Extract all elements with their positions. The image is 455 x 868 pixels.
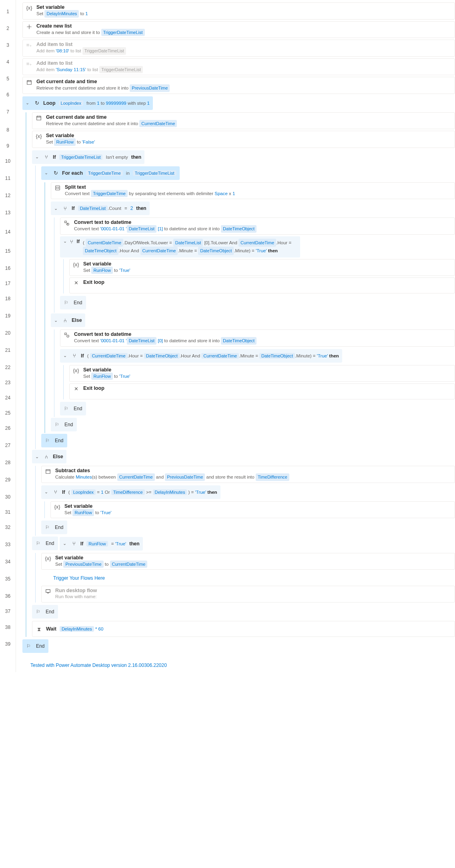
- loop-header[interactable]: ⌄ ↻ Loop LoopIndex from 1 to 99999999 wi…: [22, 96, 153, 110]
- action-exit-loop[interactable]: ✕ Exit loop: [69, 277, 455, 293]
- if-header[interactable]: ⌄ ⑂ If DateTimeList.Count = 2 then: [51, 202, 150, 215]
- token: DelayInMinutes: [153, 489, 187, 495]
- if-header[interactable]: ⌄ ⑂ If TriggerDateTimeList Isn't empty t…: [32, 150, 144, 164]
- line-number: 30: [0, 489, 16, 505]
- token: TriggerDateTimeList: [99, 66, 143, 74]
- if-header[interactable]: ⌄ ⑂ If RunFlow = 'True' then: [60, 537, 143, 551]
- action-create-list[interactable]: Create new list Create a new list and st…: [22, 21, 455, 38]
- chevron-down-icon[interactable]: ⌄: [54, 318, 59, 323]
- line-number: 13: [0, 203, 16, 222]
- line-number-gutter: 1 2 3 4 5 6 7 8 9 10 11 12 13 14 15 16 1…: [0, 0, 16, 672]
- if-header[interactable]: ⌄ ⑂ If ( CurrentDateTime.Hour = DateTime…: [60, 349, 342, 363]
- action-exit-loop[interactable]: ✕ Exit loop: [69, 383, 455, 399]
- token: CurrentDateTime: [90, 353, 128, 359]
- line-number: 32: [0, 520, 16, 535]
- branch-icon: ⑂: [70, 239, 73, 245]
- action-title: Create new list: [36, 23, 451, 29]
- action-title: Exit loop: [83, 279, 451, 285]
- token: LoopIndex: [59, 100, 83, 106]
- action-set-variable[interactable]: {x} Set variable Set DelayInMinutes to 1: [22, 2, 455, 20]
- action-get-datetime[interactable]: Get current date and time Retrieve the c…: [32, 112, 455, 130]
- token: LoopIndex: [71, 489, 96, 495]
- end-block[interactable]: ⚐ End: [32, 605, 58, 619]
- if-label: If: [76, 239, 80, 244]
- chevron-down-icon[interactable]: ⌄: [26, 100, 30, 106]
- line-number: 5: [0, 70, 16, 87]
- end-block[interactable]: ⚐ End: [32, 537, 58, 550]
- action-run-flow-disabled[interactable]: Run desktop flow Run flow with name:: [41, 586, 455, 602]
- end-block[interactable]: ⚐ End: [60, 402, 86, 415]
- variable-icon: {x}: [26, 4, 32, 10]
- end-block[interactable]: ⚐ End: [41, 434, 67, 447]
- end-block[interactable]: ⚐ End: [41, 521, 67, 534]
- action-split-text[interactable]: Split text Convert text TriggerDateTime …: [51, 182, 455, 200]
- token: DateTimeObject: [144, 353, 180, 359]
- chevron-down-icon[interactable]: ⌄: [44, 170, 49, 176]
- action-add-item-disabled[interactable]: ≡₊ Add item to list Add item '08:10' to …: [22, 40, 455, 57]
- comment[interactable]: Trigger Your Flows Here: [41, 571, 455, 585]
- close-icon: ✕: [73, 279, 79, 285]
- line-number: 35: [0, 569, 16, 589]
- action-title: Run desktop flow: [55, 588, 451, 593]
- if-header[interactable]: ⌄ ⑂ If ( LoopIndex = 1 Or TimeDifference…: [41, 485, 220, 499]
- line-number: 39: [0, 636, 16, 652]
- line-number: 23: [0, 375, 16, 390]
- token: TriggerDateTime: [86, 170, 123, 176]
- line-number: 4: [0, 54, 16, 70]
- action-get-datetime[interactable]: Get current date and time Retrieve the c…: [22, 77, 455, 94]
- chevron-down-icon[interactable]: ⌄: [35, 154, 40, 160]
- action-add-item-disabled[interactable]: ≡₊ Add item to list Add item 'Sunday 11:…: [22, 58, 455, 76]
- hourglass-icon: ⧗: [36, 626, 42, 632]
- action-set-variable[interactable]: {x} Set variable Set RunFlow to 'True': [69, 365, 455, 382]
- else-header[interactable]: ⌄ ⑃ Else: [51, 313, 85, 327]
- token: TriggerDateTimeList: [82, 47, 126, 55]
- variable-icon: {x}: [45, 555, 51, 561]
- line-number: 27: [0, 436, 16, 455]
- token: PreviousDateTime: [165, 473, 205, 481]
- action-set-variable[interactable]: {x} Set variable Set RunFlow to 'True': [69, 259, 455, 276]
- line-number: 20: [0, 325, 16, 341]
- action-set-variable[interactable]: {x} Set variable Set RunFlow to 'False': [32, 131, 455, 148]
- line-number: 11: [0, 169, 16, 188]
- chevron-down-icon[interactable]: ⌄: [63, 353, 68, 358]
- action-wait[interactable]: ⧗ Wait DelayInMinutes * 60: [32, 621, 455, 637]
- end-block[interactable]: ⚐ End: [60, 296, 86, 309]
- if-header[interactable]: ⌄ ⑂ If ( CurrentDateTime.DayOfWeek.ToLow…: [60, 236, 300, 257]
- foreach-header[interactable]: ⌄ ↻ For each TriggerDateTime in TriggerD…: [41, 166, 180, 180]
- action-convert-datetime[interactable]: Convert text to datetime Convert text '0…: [60, 217, 455, 235]
- chevron-down-icon[interactable]: ⌄: [35, 454, 40, 459]
- chevron-down-icon[interactable]: ⌄: [63, 541, 68, 546]
- if-label: If: [81, 353, 84, 359]
- convert-icon: [64, 219, 70, 227]
- action-title: Set variable: [83, 367, 451, 373]
- chevron-down-icon[interactable]: ⌄: [63, 239, 67, 244]
- token: CurrentDateTime: [86, 239, 123, 247]
- action-title: Wait: [46, 626, 56, 632]
- action-desc: Set RunFlow to 'True': [83, 267, 451, 274]
- variable-icon: {x}: [36, 133, 42, 139]
- else-header[interactable]: ⌄ ⑃ Else: [32, 450, 66, 463]
- action-convert-datetime[interactable]: Convert text to datetime Convert text '0…: [60, 329, 455, 347]
- branch-icon: ⑂: [43, 154, 50, 160]
- end-block[interactable]: ⚐ End: [51, 418, 77, 431]
- calendar-icon: [45, 468, 51, 475]
- svg-rect-8: [46, 590, 50, 593]
- flow-canvas[interactable]: {x} Set variable Set DelayInMinutes to 1…: [16, 0, 455, 672]
- end-label: End: [46, 541, 54, 546]
- line-number: 17: [0, 276, 16, 291]
- chevron-down-icon[interactable]: ⌄: [54, 206, 59, 211]
- end-label: End: [55, 525, 63, 530]
- chevron-down-icon[interactable]: ⌄: [44, 489, 49, 495]
- action-title: Set variable: [64, 503, 451, 509]
- action-set-variable[interactable]: {x} Set variable Set PreviousDateTime to…: [41, 553, 455, 570]
- convert-icon: [64, 331, 70, 339]
- else-label: Else: [53, 454, 63, 459]
- action-subtract-dates[interactable]: Subtract dates Calculate Minutes(s) betw…: [41, 466, 455, 483]
- token: RunFlow: [54, 138, 75, 146]
- line-number: 16: [0, 261, 16, 276]
- line-number: 21: [0, 341, 16, 360]
- action-desc: Set PreviousDateTime to CurrentDateTime: [55, 561, 451, 568]
- end-block[interactable]: ⚐ End: [22, 639, 48, 653]
- action-set-variable[interactable]: {x} Set variable Set RunFlow to 'True': [50, 501, 455, 519]
- token: CurrentDateTime: [140, 247, 178, 255]
